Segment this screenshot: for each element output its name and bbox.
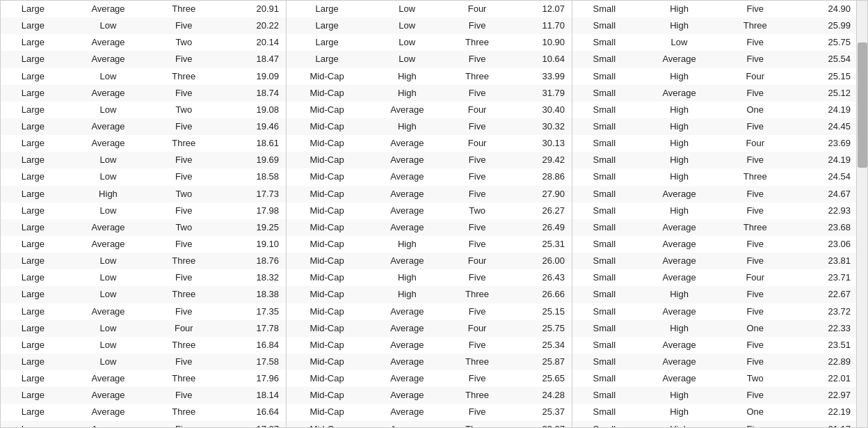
table-cell: 29.42	[508, 152, 572, 168]
table-cell: Large	[1, 253, 65, 269]
table-cell: 21.17	[788, 421, 858, 427]
table-cell: Average	[367, 219, 447, 236]
table-cell: Mid-Cap	[287, 354, 367, 370]
table-cell: 16.84	[216, 337, 286, 354]
table-cell: Small	[572, 269, 636, 286]
table-cell: 25.15	[508, 303, 572, 320]
table-cell: Mid-Cap	[287, 236, 367, 253]
table-cell: 22.93	[788, 203, 858, 219]
table-cell: 24.90	[788, 1, 858, 17]
table-cell: 25.87	[508, 354, 572, 370]
table-cell: Four	[722, 135, 788, 152]
table-cell: Large	[1, 152, 65, 168]
scrollbar[interactable]	[856, 1, 867, 427]
table-cell: Large	[287, 34, 367, 51]
table-cell: Low	[636, 34, 723, 51]
table-cell: Five	[447, 85, 507, 102]
table-cell: Average	[65, 85, 151, 102]
table-cell: 26.27	[508, 203, 572, 219]
table-cell: Low	[65, 354, 151, 370]
table-cell: 17.98	[216, 203, 286, 219]
table-cell: Five	[151, 203, 216, 219]
table-cell: Five	[447, 51, 507, 68]
table-cell: Small	[572, 337, 636, 354]
table-cell: Three	[722, 168, 788, 185]
table-cell: 19.10	[216, 236, 286, 253]
table-cell: 18.14	[216, 387, 286, 404]
table-cell: Low	[65, 253, 151, 269]
table-cell: Average	[367, 387, 447, 404]
table-cell: 19.25	[216, 219, 286, 236]
table-cell: Small	[572, 421, 636, 427]
table-cell: Small	[572, 68, 636, 85]
table-cell: Three	[151, 404, 216, 420]
table-cell: 12.07	[508, 1, 572, 17]
table-cell: Five	[722, 303, 788, 320]
table-cell: Mid-Cap	[287, 387, 367, 404]
table-cell: Mid-Cap	[287, 168, 367, 185]
table-cell: 17.07	[216, 421, 286, 427]
table-cell: Average	[367, 135, 447, 152]
table-cell: Three	[447, 34, 507, 51]
table-cell: High	[636, 320, 723, 337]
table-cell: Large	[1, 34, 65, 51]
table-cell: Small	[572, 404, 636, 420]
table-cell: Large	[1, 387, 65, 404]
table-cell: Four	[151, 320, 216, 337]
table-cell: Mid-Cap	[287, 152, 367, 168]
table-cell: High	[367, 118, 447, 135]
table-cell: 16.64	[216, 404, 286, 420]
table-cell: Large	[1, 102, 65, 118]
table-cell: Small	[572, 1, 636, 17]
scrollbar-thumb[interactable]	[858, 42, 867, 168]
table-cell: 18.32	[216, 269, 286, 286]
table-cell: Five	[447, 118, 507, 135]
table-cell: Average	[367, 253, 447, 269]
table-cell: Large	[1, 354, 65, 370]
table-cell: Average	[65, 34, 151, 51]
table-cell: Five	[151, 152, 216, 168]
table-cell: Five	[151, 85, 216, 102]
table-cell: Four	[447, 253, 507, 269]
table-cell: Average	[367, 168, 447, 185]
table-cell: 28.86	[508, 168, 572, 185]
table-cell: Three	[151, 370, 216, 387]
table-cell: Mid-Cap	[287, 135, 367, 152]
table-cell: Five	[722, 1, 788, 17]
table-cell: Small	[572, 320, 636, 337]
table-cell: Low	[65, 337, 151, 354]
table-cell: Low	[367, 51, 447, 68]
table-cell: Average	[65, 421, 151, 427]
table-cell: 23.07	[508, 421, 572, 427]
table-cell: Four	[447, 102, 507, 118]
table-cell: 25.75	[508, 320, 572, 337]
table-cell: 19.46	[216, 118, 286, 135]
table-cell: 10.64	[508, 51, 572, 68]
table-cell: Five	[447, 337, 507, 354]
table-cell: Mid-Cap	[287, 118, 367, 135]
table-cell: Low	[65, 102, 151, 118]
table-cell: One	[722, 404, 788, 420]
table-cell: Five	[151, 51, 216, 68]
table-cell: Average	[636, 354, 723, 370]
table-cell: High	[636, 404, 723, 420]
table-cell: 18.58	[216, 168, 286, 185]
table-cell: Five	[151, 118, 216, 135]
table-cell: Average	[636, 85, 723, 102]
table-cell: Large	[1, 404, 65, 420]
table-cell: 18.38	[216, 286, 286, 303]
table-cell: Two	[151, 102, 216, 118]
table-cell: Three	[151, 135, 216, 152]
table-cell: Small	[572, 51, 636, 68]
table-cell: Five	[447, 404, 507, 420]
table-cell: Low	[367, 1, 447, 17]
table-cell: 20.14	[216, 34, 286, 51]
table-cell: Large	[1, 286, 65, 303]
table-cell: Three	[151, 68, 216, 85]
data-table: LargeAverageThree20.91LargeLowFive20.22L…	[0, 0, 868, 428]
table-cell: Two	[151, 186, 216, 203]
table-cell: 20.91	[216, 1, 286, 17]
table-cell: Average	[636, 186, 723, 203]
table-cell: High	[636, 286, 723, 303]
table-cell: Average	[367, 404, 447, 420]
